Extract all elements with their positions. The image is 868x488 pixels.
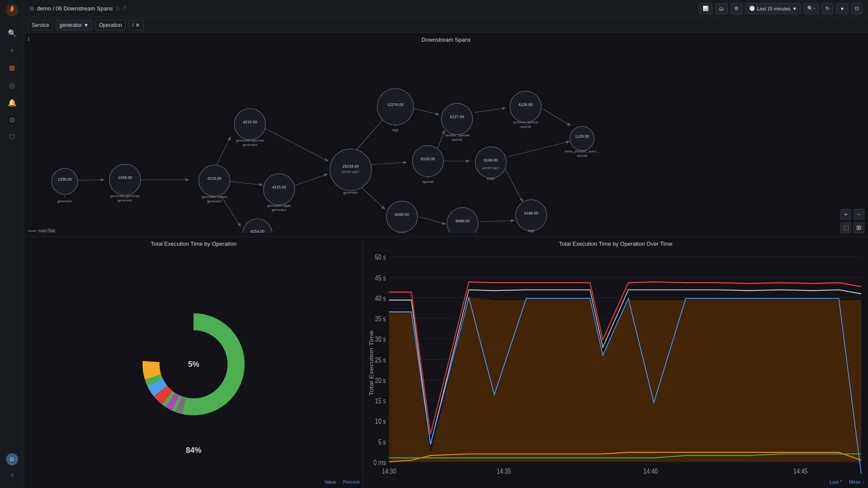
svg-text:4215.00: 4215.00	[207, 176, 222, 181]
zoom-in-ctrl[interactable]: ＋	[840, 209, 852, 220]
expand-button[interactable]: ⊡	[851, 3, 863, 14]
svg-text:random_special: random_special	[445, 133, 470, 137]
slash-filter-tag[interactable]: / ✕	[128, 20, 144, 30]
timeseries-container: 50 s 45 s 40 s 35 s 30 s 25 s 20 s 15 s …	[367, 249, 865, 478]
refresh-button[interactable]: ↻	[822, 3, 833, 14]
svg-text:HTTP GET: HTTP GET	[342, 170, 359, 174]
svg-text:generator: generator	[207, 199, 222, 203]
svg-text:HTTP GET: HTTP GET	[482, 166, 500, 170]
chart-type-button[interactable]: 📊	[699, 3, 713, 14]
svg-text:6128.00: 6128.00	[519, 102, 533, 107]
sidebar-item-explore[interactable]: ◎	[4, 77, 20, 93]
svg-text:45 s: 45 s	[375, 274, 386, 282]
sidebar-item-shield[interactable]: 🛡	[4, 129, 20, 145]
folder-button[interactable]: 🗂	[715, 3, 728, 14]
donut-bottom-percent: 84%	[186, 446, 201, 455]
svg-text:special: special	[452, 138, 463, 142]
time-range-selector[interactable]: 🕐 Last 15 minutes ▼	[745, 3, 801, 14]
svg-point-54	[386, 201, 418, 232]
network-graph-svg: 1339.00 / generator 1339.00 generator.ge…	[24, 46, 868, 233]
service-label: Service	[32, 22, 49, 28]
svg-text:14:35: 14:35	[497, 468, 511, 475]
chevron-down-icon: ✕	[135, 22, 140, 28]
zoom-out-button[interactable]: 🔍-	[803, 3, 819, 14]
svg-text:GET /: GET /	[398, 231, 407, 233]
info-icon: ℹ	[28, 36, 30, 42]
donut-chart-container: 5% 84%	[28, 251, 359, 478]
svg-line-18	[504, 167, 523, 201]
bottom-panels: Total Execution Time by Operation	[24, 237, 868, 488]
svg-text:special: special	[520, 125, 531, 129]
svg-point-28	[199, 165, 230, 196]
svg-text:generator: generator	[343, 191, 358, 195]
star-icon[interactable]: ☆	[115, 5, 121, 12]
settings-button[interactable]: ⚙	[730, 3, 743, 14]
svg-text:generator: generator	[243, 143, 258, 147]
svg-line-15	[480, 221, 514, 222]
filter-ctrl[interactable]: ⬚	[840, 222, 852, 233]
svg-point-42	[330, 149, 372, 191]
user-avatar[interactable]: G	[6, 453, 18, 465]
share-icon[interactable]: ⤴	[123, 5, 126, 12]
zoom-out-ctrl[interactable]: －	[853, 209, 865, 220]
breadcrumb-demo: demo / 06 Downstream Spans	[37, 5, 113, 12]
layout-ctrl[interactable]: ⊞	[853, 222, 865, 233]
donut-chart-panel: Total Execution Time by Operation	[24, 237, 363, 488]
percent-label[interactable]: Percent	[343, 479, 359, 485]
svg-text:generator.specials: generator.specials	[236, 138, 264, 142]
value-label[interactable]: Value	[324, 479, 336, 485]
svg-text:15 s: 15 s	[375, 397, 386, 405]
svg-text:4215.00: 4215.00	[243, 120, 257, 124]
refresh-interval-button[interactable]: ▼	[836, 3, 848, 14]
svg-text:6128.00: 6128.00	[421, 157, 435, 161]
svg-line-17	[543, 109, 570, 125]
graph-legend: mainStat	[28, 228, 55, 233]
sidebar-item-alerts[interactable]: 🔔	[4, 95, 20, 110]
clock-icon: 🕐	[749, 6, 755, 11]
svg-text:6168.00: 6168.00	[524, 211, 539, 215]
donut-chart-title: Total Execution Time by Operation	[28, 241, 359, 247]
sidebar-item-settings[interactable]: ⚙	[4, 112, 20, 128]
sidebar-item-search[interactable]: 🔍	[4, 25, 20, 41]
donut-chart-footer: Value Percent	[28, 479, 359, 485]
operation-filter-tag[interactable]: Operation	[95, 20, 126, 30]
app-logo[interactable]	[5, 3, 19, 17]
svg-text:4254.00: 4254.00	[250, 229, 265, 233]
svg-text:6086.00: 6086.00	[456, 219, 470, 223]
sidebar-item-add[interactable]: ＋	[4, 43, 20, 58]
svg-text:1339.00: 1339.00	[58, 177, 72, 181]
svg-text:14:40: 14:40	[644, 468, 658, 475]
svg-text:special: special	[577, 154, 588, 158]
content-area: Downstream Spans ℹ	[24, 33, 868, 488]
svg-text:1339.00: 1339.00	[118, 175, 132, 180]
svg-point-66	[510, 91, 541, 122]
chevron-down-icon: ▼	[792, 6, 797, 11]
svg-text:/: /	[64, 195, 66, 199]
svg-line-7	[290, 174, 327, 187]
legend-label: mainStat	[38, 228, 55, 233]
svg-text:lower: lower	[487, 177, 495, 181]
svg-text:1128.00: 1128.00	[575, 134, 589, 138]
mean-label[interactable]: Mean ↑	[849, 479, 865, 485]
svg-point-70	[475, 147, 506, 178]
svg-text:process_special: process_special	[513, 120, 538, 124]
svg-text:generator.lowers: generator.lowers	[201, 195, 227, 199]
topbar: ⊞ demo / 06 Downstream Spans ☆ ⤴ 📊 🗂 ⚙ 🕐…	[24, 0, 868, 17]
graph-panel: Downstream Spans ℹ	[24, 33, 868, 237]
service-filter-tag[interactable]: Service	[28, 20, 53, 30]
page-breadcrumb: ⊞ demo / 06 Downstream Spans ☆ ⤴	[30, 5, 126, 12]
sidebar-item-grid[interactable]: ⊞	[4, 60, 20, 76]
svg-text:35 s: 35 s	[375, 315, 386, 323]
generator-filter-tag[interactable]: generator ▼	[56, 20, 92, 30]
svg-text:generator.generate: generator.generate	[110, 194, 140, 198]
svg-text:special: special	[423, 180, 434, 184]
generator-label: generator	[59, 22, 82, 28]
svg-text:40 s: 40 s	[375, 295, 386, 303]
svg-text:50 s: 50 s	[375, 254, 386, 261]
sidebar-item-help[interactable]: ?	[4, 468, 20, 484]
main-content: ⊞ demo / 06 Downstream Spans ☆ ⤴ 📊 🗂 ⚙ 🕐…	[24, 0, 868, 488]
graph-panel-title: Downstream Spans	[24, 33, 868, 45]
operation-label: Operation	[99, 22, 122, 28]
last-label[interactable]: Last *	[830, 479, 842, 485]
svg-text:6127.00: 6127.00	[450, 115, 464, 119]
